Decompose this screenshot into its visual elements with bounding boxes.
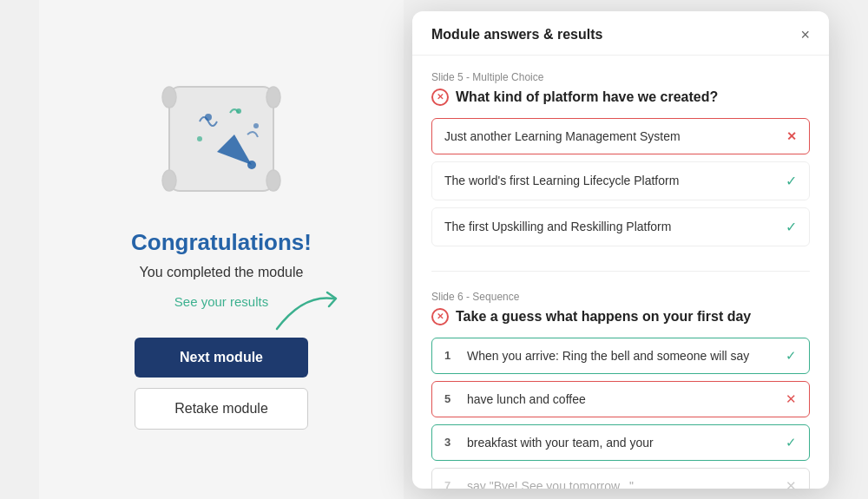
slide5-option-2: The world's first Learning Lifecycle Pla… xyxy=(431,161,810,200)
slide6-seq-2: 5 have lunch and coffee ✕ xyxy=(431,381,810,417)
see-results-link[interactable]: See your results xyxy=(174,294,268,309)
slide6-seq-3: 3 breakfast with your team, and your ✓ xyxy=(431,424,810,461)
slide5-option-3-icon: ✓ xyxy=(786,219,797,235)
slide6-question-text: Take a guess what happens on your first … xyxy=(456,309,751,325)
slide5-option-2-icon: ✓ xyxy=(786,173,797,189)
slide6-seq-1-icon: ✓ xyxy=(786,348,797,364)
slide6-seq-4-text: say "Bye! See you tomorrow..." xyxy=(467,479,777,489)
modal-close-button[interactable]: × xyxy=(800,27,810,43)
modal-header: Module answers & results × xyxy=(412,11,829,56)
slide6-seq-1: 1 When you arrive: Ring the bell and som… xyxy=(431,338,810,374)
slide6-seq-1-text: When you arrive: Ring the bell and someo… xyxy=(467,349,777,363)
slide5-option-3: The first Upskilling and Reskilling Plat… xyxy=(431,207,810,246)
retake-module-button[interactable]: Retake module xyxy=(135,388,308,430)
celebration-illustration xyxy=(152,69,291,208)
slide6-seq-4-icon: ✕ xyxy=(786,478,797,489)
slide5-option-2-text: The world's first Learning Lifecycle Pla… xyxy=(444,174,679,187)
slide6-label: Slide 6 - Sequence xyxy=(431,291,810,303)
slide6-seq-3-icon: ✓ xyxy=(786,435,797,450)
arrow-curve-icon xyxy=(268,286,346,338)
results-modal: Module answers & results × Slide 5 - Mul… xyxy=(412,11,829,489)
left-panel: Congratulations! You completed the modul… xyxy=(39,0,404,499)
slide6-seq-4-num: 7 xyxy=(444,479,458,489)
slide6-seq-3-text: breakfast with your team, and your xyxy=(467,436,777,450)
svg-point-10 xyxy=(197,136,202,141)
svg-point-1 xyxy=(162,87,176,108)
slide6-wrong-icon xyxy=(431,308,449,325)
slide5-option-1-text: Just another Learning Management System xyxy=(444,129,681,143)
slide5-section: Slide 5 - Multiple Choice What kind of p… xyxy=(431,56,810,264)
section-divider xyxy=(431,271,810,272)
slide5-option-1: Just another Learning Management System … xyxy=(431,118,810,154)
slide6-seq-2-text: have lunch and coffee xyxy=(467,392,777,406)
slide6-seq-1-num: 1 xyxy=(444,349,458,362)
slide6-section: Slide 6 - Sequence Take a guess what hap… xyxy=(431,275,810,489)
svg-point-2 xyxy=(266,87,280,108)
svg-point-3 xyxy=(162,170,176,191)
svg-point-6 xyxy=(247,161,256,169)
modal-title: Module answers & results xyxy=(431,27,602,43)
slide5-wrong-icon xyxy=(431,89,449,106)
slide6-seq-2-icon: ✕ xyxy=(786,391,797,407)
svg-point-4 xyxy=(266,170,280,191)
slide6-seq-3-num: 3 xyxy=(444,436,458,449)
svg-rect-0 xyxy=(169,87,273,191)
svg-point-9 xyxy=(253,123,259,128)
slide5-label: Slide 5 - Multiple Choice xyxy=(431,71,810,83)
slide6-seq-4: 7 say "Bye! See you tomorrow..." ✕ xyxy=(431,468,810,489)
congrats-title: Congratulations! xyxy=(131,229,312,256)
slide5-question: What kind of platform have we created? xyxy=(431,89,810,106)
slide6-question: Take a guess what happens on your first … xyxy=(431,308,810,325)
modal-body: Slide 5 - Multiple Choice What kind of p… xyxy=(412,56,829,489)
next-module-button[interactable]: Next module xyxy=(135,338,308,378)
slide5-question-text: What kind of platform have we created? xyxy=(456,89,718,105)
module-complete-text: You completed the module xyxy=(140,265,304,280)
slide5-option-1-icon: ✕ xyxy=(786,129,797,143)
slide5-option-3-text: The first Upskilling and Reskilling Plat… xyxy=(444,220,671,233)
slide6-seq-2-num: 5 xyxy=(444,392,458,405)
